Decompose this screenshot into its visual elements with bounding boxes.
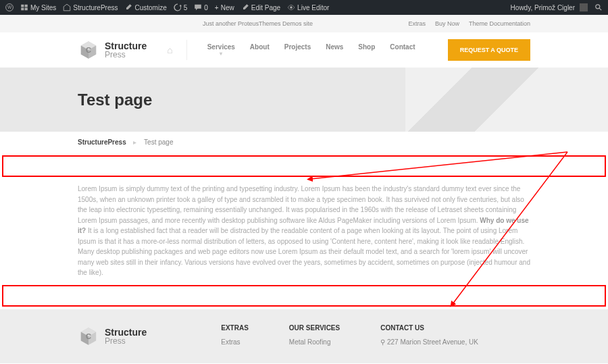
- logo[interactable]: C StructurePress: [78, 39, 147, 61]
- annotation-box-top: [2, 155, 606, 177]
- nav-about[interactable]: About: [250, 43, 270, 57]
- new[interactable]: +New: [215, 4, 234, 11]
- footer-address: ⚲ 227 Marion Street Avenue, UK: [380, 338, 478, 346]
- howdy[interactable]: Howdy, Primož Cigler: [511, 3, 588, 11]
- customize[interactable]: Customize: [124, 3, 166, 11]
- home-icon[interactable]: ⌂: [167, 45, 172, 55]
- nav-contact[interactable]: Contact: [390, 43, 415, 57]
- comments[interactable]: 0: [194, 3, 208, 11]
- site-name[interactable]: StructurePress: [63, 3, 118, 11]
- svg-text:C: C: [86, 46, 91, 54]
- pin-icon: ⚲: [380, 338, 385, 346]
- logo-cube-icon: C: [78, 39, 99, 61]
- top-link-buy[interactable]: Buy Now: [435, 20, 459, 27]
- updates[interactable]: 5: [174, 3, 188, 11]
- svg-point-4: [596, 5, 600, 9]
- nav-projects[interactable]: Projects: [284, 43, 311, 57]
- my-sites[interactable]: My Sites: [20, 3, 56, 11]
- footer-extras-title: EXTRAS: [221, 324, 249, 332]
- footer-extras-link[interactable]: Extras: [221, 338, 249, 346]
- footer-contact-title: CONTACT US: [380, 324, 478, 332]
- annotation-box-bottom: [2, 285, 606, 307]
- hero-pattern: [405, 68, 608, 132]
- hero: Test page: [0, 68, 608, 132]
- wp-admin-bar: W My Sites StructurePress Customize 5 0 …: [0, 0, 608, 15]
- footer: C StructurePress EXTRAS Extras OUR SERVI…: [0, 309, 608, 363]
- chevron-right-icon: ▸: [133, 138, 136, 146]
- top-bar: Just another ProteusThemes Demos site Ex…: [0, 15, 608, 32]
- footer-services-link[interactable]: Metal Roofing: [289, 338, 340, 346]
- wp-logo[interactable]: W: [5, 3, 14, 11]
- nav-services[interactable]: Services: [207, 43, 235, 57]
- nav-news[interactable]: News: [326, 43, 343, 57]
- page-title: Test page: [78, 90, 152, 109]
- footer-services-title: OUR SERVICES: [289, 324, 340, 332]
- svg-point-2: [290, 6, 293, 9]
- top-link-docs[interactable]: Theme Documentation: [469, 20, 530, 27]
- live-editor[interactable]: Live Editor: [287, 3, 329, 11]
- svg-rect-3: [580, 3, 588, 11]
- tagline: Just another ProteusThemes Demos site: [203, 20, 313, 27]
- top-link-extras[interactable]: Extras: [408, 20, 426, 27]
- request-quote-button[interactable]: REQUEST A QUOTE: [448, 39, 530, 61]
- search-icon[interactable]: [594, 3, 603, 11]
- edit-page[interactable]: Edit Page: [241, 3, 280, 11]
- crumb-home[interactable]: StructurePress: [78, 138, 126, 146]
- page-content: Lorem Ipsum is simply dummy text of the …: [0, 180, 608, 282]
- nav-shop[interactable]: Shop: [358, 43, 375, 57]
- crumb-current: Test page: [144, 138, 173, 146]
- header: C StructurePress ⌂ Services About Projec…: [0, 32, 608, 68]
- logo-cube-icon: C: [78, 326, 99, 347]
- svg-text:C: C: [86, 332, 91, 340]
- svg-text:W: W: [7, 5, 12, 9]
- breadcrumb: StructurePress ▸ Test page: [0, 132, 608, 153]
- footer-logo: C StructurePress: [78, 324, 147, 348]
